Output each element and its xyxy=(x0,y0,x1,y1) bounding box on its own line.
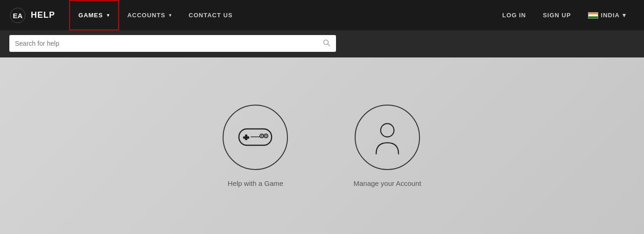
region-chevron-icon: ▾ xyxy=(623,12,626,19)
search-bar xyxy=(9,35,336,52)
svg-text:EA: EA xyxy=(13,11,23,19)
games-chevron-icon: ▾ xyxy=(107,13,110,18)
nav-right: LOG IN SIGN UP INDIA ▾ xyxy=(494,0,635,30)
logo-area: EA HELP xyxy=(9,7,55,24)
games-card-label: Help with a Game xyxy=(228,179,283,187)
svg-point-10 xyxy=(266,135,267,137)
games-card[interactable]: Help with a Game xyxy=(223,105,288,187)
main-content: Help with a Game Manage your Account xyxy=(0,57,644,234)
signup-button[interactable]: SIGN UP xyxy=(534,0,579,30)
search-icon xyxy=(323,39,330,48)
svg-rect-6 xyxy=(243,136,249,139)
nav-links: GAMES ▾ ACCOUNTS ▾ CONTACT US xyxy=(69,0,494,30)
account-card-label: Manage your Account xyxy=(353,179,421,187)
india-flag-icon xyxy=(588,12,598,19)
search-input[interactable] xyxy=(15,40,319,47)
nav-item-games[interactable]: GAMES ▾ xyxy=(69,0,119,30)
region-selector[interactable]: INDIA ▾ xyxy=(580,0,635,30)
ea-logo-icon[interactable]: EA xyxy=(9,7,26,24)
account-card[interactable]: Manage your Account xyxy=(353,105,421,187)
navbar: EA HELP GAMES ▾ ACCOUNTS ▾ CONTACT US LO… xyxy=(0,0,644,30)
nav-item-accounts[interactable]: ACCOUNTS ▾ xyxy=(119,0,181,30)
svg-point-8 xyxy=(261,135,263,137)
search-bar-container xyxy=(0,30,644,57)
site-title: HELP xyxy=(31,10,55,20)
svg-point-12 xyxy=(381,123,394,136)
person-icon-circle xyxy=(355,105,420,170)
svg-line-3 xyxy=(328,44,330,46)
login-button[interactable]: LOG IN xyxy=(494,0,534,30)
nav-item-contact[interactable]: CONTACT US xyxy=(180,0,241,30)
gamepad-icon-circle xyxy=(223,105,288,170)
accounts-chevron-icon: ▾ xyxy=(169,13,172,18)
